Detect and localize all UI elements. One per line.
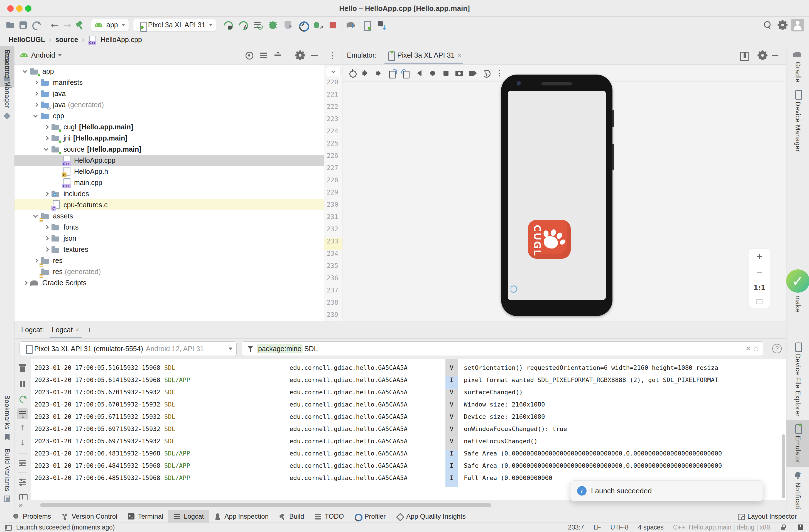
- left-stripe-item[interactable]: Resource Manager: [0, 46, 14, 124]
- log-row[interactable]: 2023-01-20 17:00:05.670 15932-15932 SDL …: [31, 389, 786, 401]
- log-row[interactable]: 2023-01-20 17:00:05.516 15932-15968 SDL …: [31, 364, 786, 376]
- line-number[interactable]: 238: [324, 299, 342, 311]
- line-number[interactable]: 234: [324, 250, 342, 262]
- line-number[interactable]: 223: [324, 115, 342, 127]
- configure-logcat-icon[interactable]: [17, 477, 28, 488]
- toolbar-icon[interactable]: [17, 19, 30, 32]
- tree-chevron-icon[interactable]: [32, 212, 40, 220]
- toolbar-right-icon[interactable]: [791, 19, 804, 32]
- tree-chevron-icon[interactable]: [53, 178, 61, 187]
- right-stripe-item[interactable]: Device Manager: [787, 86, 809, 155]
- line-number[interactable]: 220: [324, 78, 342, 91]
- restart-logcat-icon[interactable]: [17, 393, 28, 404]
- tree-row[interactable]: app: [15, 66, 324, 77]
- logcat-device-selector[interactable]: Pixel 3a XL API 31 (emulator-5554) Andro…: [19, 341, 237, 356]
- tree-row[interactable]: java: [15, 88, 324, 99]
- line-number[interactable]: 237: [324, 287, 342, 299]
- tree-chevron-icon[interactable]: [32, 111, 40, 120]
- tool-window-button[interactable]: Profiler: [349, 510, 391, 522]
- line-number[interactable]: 226: [324, 152, 342, 164]
- tree-chevron-icon[interactable]: [32, 101, 40, 109]
- tool-window-button[interactable]: Terminal: [122, 510, 168, 522]
- emulator-toolbar-icon[interactable]: [427, 67, 439, 79]
- pause-logcat-icon[interactable]: [17, 378, 28, 389]
- tree-chevron-icon[interactable]: [32, 78, 40, 87]
- left-stripe-item[interactable]: Bookmarks: [0, 392, 14, 445]
- logcat-filter-input[interactable]: package:mine SDL ✕ ☆: [242, 341, 763, 356]
- minimize-window-button[interactable]: [16, 5, 22, 12]
- toolbar-icon[interactable]: [236, 19, 249, 32]
- toolbar-icon[interactable]: [281, 19, 294, 32]
- emulator-toolbar-icon[interactable]: [386, 67, 399, 79]
- tree-chevron-icon[interactable]: [42, 234, 51, 242]
- soft-wrap-icon[interactable]: [17, 408, 28, 419]
- lock-icon[interactable]: [779, 524, 787, 531]
- line-number[interactable]: 230: [324, 201, 342, 213]
- right-stripe-item[interactable]: Device File Explorer: [787, 338, 809, 420]
- build-hammer-icon[interactable]: [74, 19, 87, 32]
- log-row[interactable]: 2023-01-20 17:00:05.614 15932-15968 SDL/…: [31, 376, 786, 389]
- indent-setting[interactable]: 4 spaces: [638, 524, 664, 531]
- line-number[interactable]: 233: [324, 237, 342, 250]
- line-number[interactable]: 221: [324, 91, 342, 103]
- tree-chevron-icon[interactable]: [42, 245, 51, 253]
- log-row[interactable]: 2023-01-20 17:00:06.484 15932-15968 SDL/…: [31, 462, 786, 474]
- tree-row[interactable]: cugl [Hello.app.main]: [15, 121, 324, 132]
- device-screen[interactable]: CUGL: [508, 91, 606, 300]
- zoom-window-button[interactable]: [25, 5, 32, 12]
- log-row[interactable]: 2023-01-20 17:00:06.483 15932-15968 SDL/…: [31, 450, 786, 462]
- close-window-button[interactable]: [7, 5, 14, 12]
- add-tab-icon[interactable]: +: [87, 325, 92, 335]
- breadcrumb-folder[interactable]: source: [55, 36, 78, 44]
- line-number[interactable]: 224: [324, 127, 342, 140]
- toolbar-icon[interactable]: [327, 19, 339, 32]
- tree-chevron-icon[interactable]: [32, 256, 40, 265]
- fold-expand-button[interactable]: [326, 67, 341, 76]
- project-view-selector[interactable]: Android: [31, 51, 55, 59]
- tree-chevron-icon[interactable]: [32, 89, 40, 97]
- layout-inspector-button[interactable]: Layout Inspector: [732, 510, 802, 522]
- emulator-toolbar-icon[interactable]: [440, 67, 452, 79]
- emulator-toolbar-icon[interactable]: [360, 67, 372, 79]
- collapse-all-icon[interactable]: [272, 49, 285, 62]
- right-stripe-item[interactable]: Emulator: [787, 420, 809, 467]
- vertical-scrollbar[interactable]: [782, 435, 785, 498]
- favorite-filter-icon[interactable]: ☆: [753, 344, 759, 353]
- emulator-device-tab[interactable]: Pixel 3a XL API 31 ×: [384, 46, 463, 64]
- log-row[interactable]: 2023-01-20 17:00:05.671 15932-15932 SDL …: [31, 413, 786, 425]
- line-number[interactable]: 232: [324, 225, 342, 237]
- toolbar-icon[interactable]: [266, 19, 279, 32]
- logcat-tab[interactable]: Logcat ×: [50, 321, 82, 338]
- zoom-in-button[interactable]: +: [756, 252, 763, 261]
- tree-row[interactable]: json: [15, 233, 324, 244]
- breadcrumb-file[interactable]: HelloApp.cpp: [101, 36, 142, 44]
- tool-window-button[interactable]: Version Control: [56, 510, 122, 522]
- tree-chevron-icon[interactable]: [42, 134, 51, 142]
- fit-to-window-button[interactable]: [756, 299, 762, 304]
- emulator-toolbar-icon[interactable]: [467, 67, 479, 79]
- tool-window-button[interactable]: App Quality Insights: [391, 510, 470, 522]
- line-number[interactable]: 229: [324, 189, 342, 201]
- tree-row[interactable]: res (generated): [15, 266, 324, 277]
- forward-icon[interactable]: →: [61, 19, 74, 32]
- gear-icon[interactable]: [756, 49, 769, 62]
- gear-icon[interactable]: [294, 49, 307, 62]
- breadcrumb-project[interactable]: HelloCUGL: [8, 36, 45, 44]
- make-button[interactable]: ✓ make: [787, 266, 809, 316]
- emulator-toolbar-icon[interactable]: [346, 67, 359, 79]
- tree-chevron-icon[interactable]: [32, 267, 40, 276]
- toolbar-icon[interactable]: [360, 19, 373, 32]
- close-icon[interactable]: ×: [75, 326, 79, 334]
- tree-row[interactable]: main.cpp: [15, 177, 324, 188]
- line-number[interactable]: 231: [324, 213, 342, 225]
- expand-all-icon[interactable]: [257, 49, 270, 62]
- tool-window-button[interactable]: Build: [274, 510, 309, 522]
- line-number[interactable]: 236: [324, 274, 342, 287]
- tree-row[interactable]: fonts: [15, 221, 324, 233]
- tree-row[interactable]: HelloApp.h: [15, 166, 324, 177]
- right-stripe-item[interactable]: Gradle: [787, 46, 809, 86]
- emulator-toolbar-icon[interactable]: [400, 67, 412, 79]
- next-occurrence-icon[interactable]: ↓: [17, 438, 28, 449]
- toolbar-icon[interactable]: [311, 19, 324, 32]
- emulator-toolbar-icon[interactable]: [413, 67, 425, 79]
